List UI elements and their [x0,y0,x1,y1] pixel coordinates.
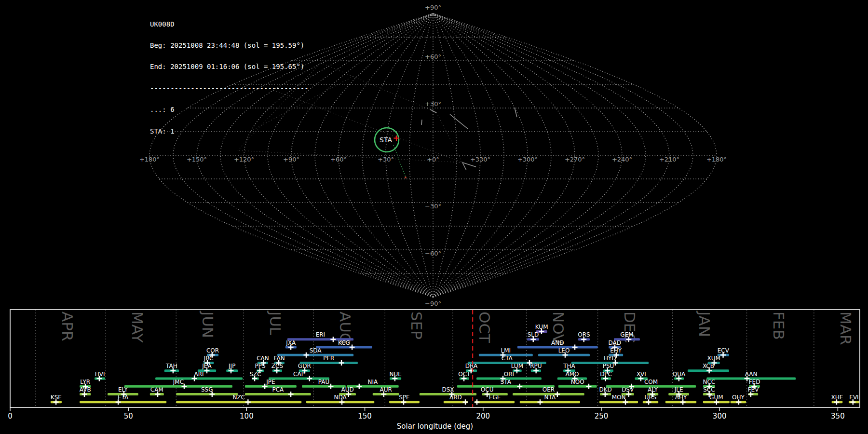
shower-bar-KCG [316,346,372,348]
x-tick-label: 150 [358,412,372,420]
shower-label-JRC: JRC [203,355,214,362]
shower-bar-PCA [245,393,311,395]
shower-bar-PER [300,362,358,364]
shower-label-AMO: AMO [565,371,579,378]
shower-bar-ORI [476,377,542,380]
shower-label-AUD: AUD [341,386,353,393]
month-label: MAR [837,312,854,345]
shower-label-CAN: CAN [257,355,269,362]
shower-label-FEV: FEV [748,386,759,393]
shower-label-COR: COR [206,347,219,354]
shower-bar-STA [457,385,555,388]
month-label: SEP [408,312,425,339]
shower-label-PAU: PAU [318,379,329,385]
shower-label-NOO: NOO [571,379,584,385]
shower-bar-DSX [420,393,476,395]
shower-label-NIA: NIA [367,379,378,385]
shower-label-OER: OER [542,386,555,393]
shower-bar-PAU [302,385,346,388]
shower-label-SPE: SPE [399,394,409,401]
shower-bar-SSG [176,393,238,395]
shower-label-ERI: ERI [316,331,325,338]
x-tick-label: 350 [831,412,845,420]
shower-label-AND: AND [551,339,564,346]
month-label: MAY [129,312,146,343]
shower-bar-ARI [155,377,243,380]
shower-label-CAP: CAP [293,371,305,378]
month-label: FEB [770,312,787,340]
shower-label-HYD: HYD [604,355,616,362]
month-label: JUL [267,311,284,336]
shower-label-ARD: ARD [449,394,462,401]
shower-label-AUR: AUR [380,386,392,393]
x-tick-label: 250 [595,412,609,420]
shower-label-PER: PER [323,355,334,362]
shower-label-AVB: AVB [80,386,91,393]
month-label: JUN [199,311,217,338]
shower-label-SZC: SZC [249,371,261,378]
shower-bar-ETA [80,401,166,403]
shower-bar-AND [517,346,598,348]
shower-label-CTA: CTA [502,355,513,362]
shower-label-EVI: EVI [849,394,858,401]
shower-label-LEO: LEO [558,347,570,354]
activity-timeline-svg: APRMAYJUNJULAUGSEPOCTNOVDECJANFEBMARKSEE… [0,0,868,434]
x-axis-title: Solar longitude (deg) [397,422,473,431]
shower-label-ORI: ORI [504,371,514,378]
shower-bar-NTA [520,401,580,403]
x-tick-label: 0 [8,412,13,420]
shower-bar-JMC [124,385,232,388]
month-label: JAN [696,311,713,337]
shower-bar-SDA [277,354,353,356]
x-tick-label: 100 [240,412,254,420]
shower-label-HVI: HVI [95,371,105,378]
shower-bar-NZC [176,401,301,403]
shower-bar-EGE [475,401,515,403]
x-tick-label: 200 [476,412,490,420]
month-label: OCT [476,312,493,343]
shower-label-KCG: KCG [338,339,350,346]
shower-bar-JPE [245,385,297,388]
meteor-observation-plot: UK008D Beg: 20251008 23:44:48 (sol = 195… [0,0,868,434]
shower-label-SSG: SSG [201,386,213,393]
month-label: APR [59,312,76,341]
shower-label-NUE: NUE [389,371,401,378]
shower-label-LMI: LMI [501,347,511,354]
shower-label-COM: COM [644,379,658,385]
shower-label-AHY: AHY [675,394,687,401]
shower-label-PCA: PCA [272,386,284,393]
shower-bar-HYD [571,362,649,364]
shower-bar-MON [599,401,638,403]
shower-label-TAH: TAH [165,363,177,369]
x-tick-label: 50 [124,412,133,420]
shower-label-JIP: JIP [228,363,235,369]
shower-label-NDA: NDA [334,394,347,401]
x-tick-label: 300 [713,412,727,420]
shower-label-NZC: NZC [232,394,245,401]
shower-label-NTA: NTA [544,394,556,401]
shower-label-GEM: GEM [620,331,633,338]
